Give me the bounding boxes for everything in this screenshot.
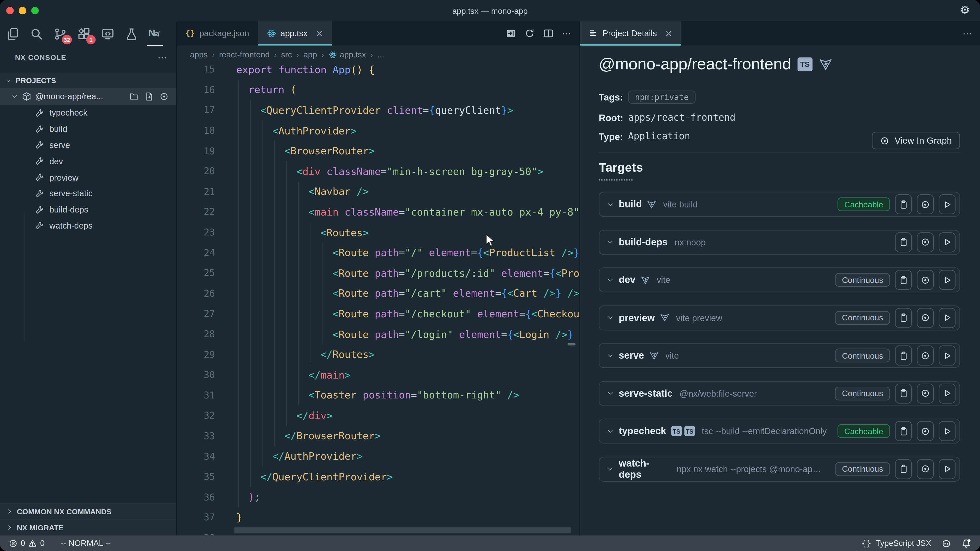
target-button[interactable]	[917, 459, 934, 479]
close-icon[interactable]: ✕	[316, 28, 323, 38]
target-button[interactable]	[917, 383, 934, 403]
target-card-preview[interactable]: previewvite previewContinuous	[599, 305, 960, 330]
chevron-down-icon[interactable]	[607, 276, 614, 283]
target-button[interactable]	[917, 232, 934, 252]
split-editor-icon[interactable]	[543, 28, 554, 39]
more-actions-icon[interactable]: ⋯	[158, 52, 167, 63]
copy-button[interactable]	[895, 345, 912, 365]
code-line[interactable]: 34 </AuthProvider>	[177, 446, 579, 467]
code-line[interactable]: 18 <AuthProvider>	[177, 121, 579, 141]
target-button[interactable]	[917, 270, 934, 290]
code-editor[interactable]: 15export function App() {16 return (17 <…	[177, 63, 579, 535]
tab-package.json[interactable]: {}package.json	[177, 21, 258, 46]
language-mode[interactable]: {} TypeScript JSX	[862, 538, 931, 548]
target-button[interactable]	[917, 308, 934, 327]
sidebar-target-preview[interactable]: preview	[0, 169, 177, 186]
code-line[interactable]: 30 </main>	[177, 365, 579, 385]
sidebar-project-row[interactable]: @mono-app/rea...	[0, 88, 177, 105]
bell-icon[interactable]	[961, 538, 971, 548]
code-line[interactable]: 27 <Route path="/checkout" element={<Che…	[177, 304, 579, 324]
code-line[interactable]: 17 <QueryClientProvider client={queryCli…	[177, 100, 579, 121]
copy-button[interactable]	[895, 194, 912, 214]
code-line[interactable]: 25 <Route path="/products/:id" element={…	[177, 263, 579, 283]
activity-item-testing[interactable]	[123, 23, 140, 44]
copy-button[interactable]	[895, 421, 912, 441]
copilot-icon[interactable]	[941, 538, 951, 548]
code-line[interactable]: 33 </BrowserRouter>	[177, 426, 579, 446]
activity-item-search[interactable]	[27, 23, 45, 44]
play-button[interactable]	[939, 194, 956, 214]
sidebar-target-typecheck[interactable]: typecheck	[0, 105, 177, 121]
play-button[interactable]	[939, 232, 956, 252]
code-line[interactable]: 24 <Route path="/" element={<ProductList…	[177, 243, 579, 263]
code-line[interactable]: 20 <div className="min-h-screen bg-gray-…	[177, 161, 579, 182]
code-line[interactable]: 22 <main className="container mx-auto px…	[177, 202, 579, 222]
target-card-build-deps[interactable]: build-depsnx:noop	[599, 230, 960, 254]
chevron-down-icon[interactable]	[607, 390, 614, 397]
code-line[interactable]: 15export function App() {	[177, 63, 579, 79]
view-in-graph-button[interactable]: View In Graph	[872, 132, 960, 149]
code-line[interactable]: 26 <Route path="/cart" element={<Cart />…	[177, 283, 579, 304]
file-go-icon[interactable]	[145, 92, 154, 101]
sidebar-section-nx-migrate[interactable]: NX MIGRATE	[0, 519, 177, 535]
sidebar-target-serve-static[interactable]: serve-static	[0, 186, 177, 202]
copy-button[interactable]	[895, 308, 912, 327]
code-line[interactable]: 16 return (	[177, 79, 579, 100]
play-button[interactable]	[939, 308, 956, 327]
code-line[interactable]: 21 <Navbar />	[177, 182, 579, 202]
target-button[interactable]	[917, 345, 934, 365]
target-card-watch-deps[interactable]: watch-depsnpx nx watch --projects @mono-…	[599, 456, 960, 481]
target-card-serve-static[interactable]: serve-static@nx/web:file-serverContinuou…	[599, 381, 960, 406]
play-button[interactable]	[939, 270, 956, 290]
code-line[interactable]: 19 <BrowserRouter>	[177, 141, 579, 161]
gear-icon[interactable]: ⚙	[960, 4, 970, 16]
sidebar-target-watch-deps[interactable]: watch-deps	[0, 218, 177, 234]
play-button[interactable]	[939, 383, 956, 403]
code-line[interactable]: 31 <Toaster position="bottom-right" />	[177, 385, 579, 406]
code-line[interactable]: 29 </Routes>	[177, 345, 579, 365]
sidebar-section-common-nx-commands[interactable]: COMMON NX COMMANDS	[0, 503, 177, 519]
code-line[interactable]: 28 <Route path="/login" element={<Login …	[177, 324, 579, 345]
chevron-down-icon[interactable]	[607, 314, 614, 321]
horizontal-scrollbar[interactable]	[234, 527, 571, 533]
copy-button[interactable]	[895, 459, 912, 479]
refresh-icon[interactable]	[525, 28, 535, 39]
chevron-down-icon[interactable]	[607, 465, 614, 472]
sidebar-target-build[interactable]: build	[0, 121, 177, 137]
play-button[interactable]	[939, 421, 956, 441]
chevron-down-icon[interactable]	[607, 239, 614, 246]
breadcrumb-item[interactable]: app.tsx	[328, 50, 366, 59]
play-button[interactable]	[939, 459, 956, 479]
activity-item-extensions[interactable]: 1	[75, 23, 93, 44]
target-card-dev[interactable]: devviteContinuous	[599, 267, 960, 292]
problems-indicator[interactable]: 0 0	[9, 538, 45, 548]
activity-item-nx-console[interactable]: N≱	[146, 23, 164, 44]
copy-button[interactable]	[895, 270, 912, 290]
activity-item-source-control[interactable]: 32	[51, 23, 69, 44]
sidebar-target-dev[interactable]: dev	[0, 153, 177, 169]
target-card-serve[interactable]: serveviteContinuous	[599, 343, 960, 368]
more-actions-icon[interactable]: ⋯	[963, 28, 972, 39]
copy-button[interactable]	[895, 232, 912, 252]
sidebar-target-build-deps[interactable]: build-deps	[0, 202, 177, 218]
copy-button[interactable]	[895, 383, 912, 403]
code-line[interactable]: 23 <Routes>	[177, 222, 579, 243]
activity-item-explorer[interactable]	[4, 23, 21, 44]
breadcrumb-item[interactable]: apps	[190, 50, 207, 59]
folder-icon[interactable]	[129, 92, 139, 101]
activity-item-remote-explorer[interactable]	[99, 23, 116, 44]
more-actions-icon[interactable]: ⋯	[562, 28, 572, 39]
breadcrumb-item[interactable]: react-frontend	[219, 50, 269, 59]
breadcrumb-item[interactable]: app	[304, 50, 317, 59]
code-line[interactable]: 36 );	[177, 487, 579, 507]
code-line[interactable]: 37}	[177, 507, 579, 528]
tab-project-details[interactable]: Project Details ✕	[580, 21, 681, 46]
target-card-typecheck[interactable]: typecheckTSTStsc --build --emitDeclarati…	[599, 419, 960, 444]
target-icon[interactable]	[159, 92, 169, 101]
breadcrumb-item[interactable]: src	[281, 50, 292, 59]
target-button[interactable]	[917, 194, 934, 214]
sidebar-target-serve[interactable]: serve	[0, 137, 177, 153]
chevron-down-icon[interactable]	[607, 427, 614, 434]
close-icon[interactable]: ✕	[665, 28, 673, 38]
chevron-down-icon[interactable]	[607, 352, 614, 359]
